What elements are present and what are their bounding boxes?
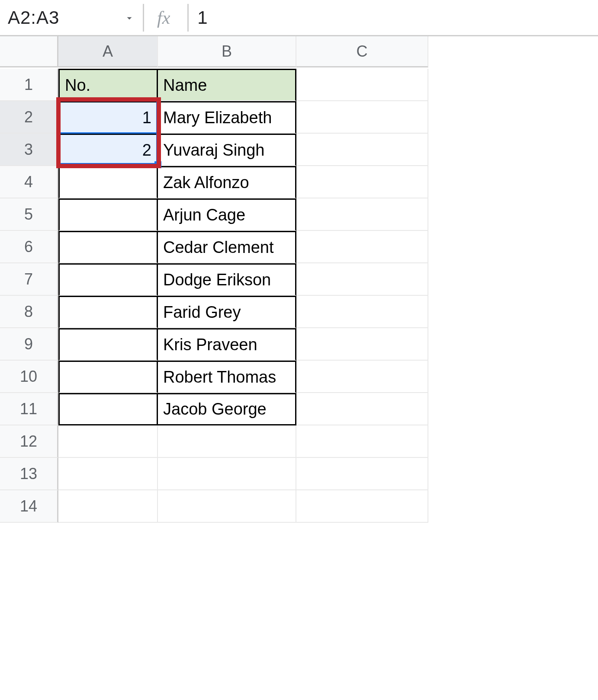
cell-B14[interactable] — [158, 490, 296, 523]
row-header-13[interactable]: 13 — [0, 458, 58, 490]
cell-A14[interactable] — [58, 490, 158, 523]
row-header-6[interactable]: 6 — [0, 231, 58, 263]
cell-B2[interactable]: Mary Elizabeth — [158, 101, 296, 134]
cell-C3[interactable] — [296, 134, 428, 166]
cell-C13[interactable] — [296, 458, 428, 490]
cell-A12[interactable] — [58, 425, 158, 458]
cell-C12[interactable] — [296, 425, 428, 458]
cell-A6[interactable] — [58, 231, 158, 263]
cell-C4[interactable] — [296, 166, 428, 198]
cell-B6[interactable]: Cedar Clement — [158, 231, 296, 263]
cell-B13[interactable] — [158, 458, 296, 490]
cell-B10[interactable]: Robert Thomas — [158, 361, 296, 393]
row-header-14[interactable]: 14 — [0, 490, 58, 523]
cell-A3[interactable]: 2 — [58, 134, 158, 166]
row-header-9[interactable]: 9 — [0, 328, 58, 361]
cell-C1[interactable] — [296, 69, 428, 101]
col-header-C[interactable]: C — [296, 36, 428, 67]
cell-B7[interactable]: Dodge Erikson — [158, 263, 296, 296]
row-header-2[interactable]: 2 — [0, 101, 58, 134]
row-header-7[interactable]: 7 — [0, 263, 58, 296]
cell-B4[interactable]: Zak Alfonzo — [158, 166, 296, 198]
cell-B3[interactable]: Yuvaraj Singh — [158, 134, 296, 166]
fx-label: fx — [144, 7, 187, 28]
row-header-8[interactable]: 8 — [0, 296, 58, 328]
formula-bar: A2:A3 fx 1 — [0, 0, 598, 36]
name-box[interactable]: A2:A3 — [0, 7, 143, 28]
row-header-10[interactable]: 10 — [0, 361, 58, 393]
row-header-12[interactable]: 12 — [0, 425, 58, 458]
cell-C7[interactable] — [296, 263, 428, 296]
cell-C9[interactable] — [296, 328, 428, 361]
cell-C6[interactable] — [296, 231, 428, 263]
cell-C2[interactable] — [296, 101, 428, 134]
row-header-4[interactable]: 4 — [0, 166, 58, 198]
cell-C11[interactable] — [296, 393, 428, 425]
cell-B8[interactable]: Farid Grey — [158, 296, 296, 328]
row-header-5[interactable]: 5 — [0, 198, 58, 231]
cell-A2[interactable]: 1 — [58, 101, 158, 134]
cell-A7[interactable] — [58, 263, 158, 296]
spreadsheet-grid[interactable]: A B C 1 No. Name 2 1 Mary Elizabeth 3 2 … — [0, 36, 598, 523]
row-header-1[interactable]: 1 — [0, 69, 58, 101]
cell-A9[interactable] — [58, 328, 158, 361]
select-all-corner[interactable] — [0, 36, 58, 67]
cell-B1[interactable]: Name — [158, 69, 296, 101]
formula-input[interactable]: 1 — [189, 7, 207, 28]
cell-C14[interactable] — [296, 490, 428, 523]
cell-C8[interactable] — [296, 296, 428, 328]
cell-A5[interactable] — [58, 198, 158, 231]
cell-A10[interactable] — [58, 361, 158, 393]
cell-C5[interactable] — [296, 198, 428, 231]
chevron-down-icon[interactable] — [124, 7, 135, 28]
row-header-11[interactable]: 11 — [0, 393, 58, 425]
cell-A1[interactable]: No. — [58, 69, 158, 101]
cell-A4[interactable] — [58, 166, 158, 198]
cell-A11[interactable] — [58, 393, 158, 425]
name-box-value: A2:A3 — [8, 7, 59, 28]
cell-B9[interactable]: Kris Praveen — [158, 328, 296, 361]
row-header-3[interactable]: 3 — [0, 134, 58, 166]
cell-B5[interactable]: Arjun Cage — [158, 198, 296, 231]
cell-B11[interactable]: Jacob George — [158, 393, 296, 425]
col-header-B[interactable]: B — [158, 36, 296, 67]
cell-B12[interactable] — [158, 425, 296, 458]
cell-A13[interactable] — [58, 458, 158, 490]
col-header-A[interactable]: A — [58, 36, 158, 67]
cell-A8[interactable] — [58, 296, 158, 328]
cell-C10[interactable] — [296, 361, 428, 393]
